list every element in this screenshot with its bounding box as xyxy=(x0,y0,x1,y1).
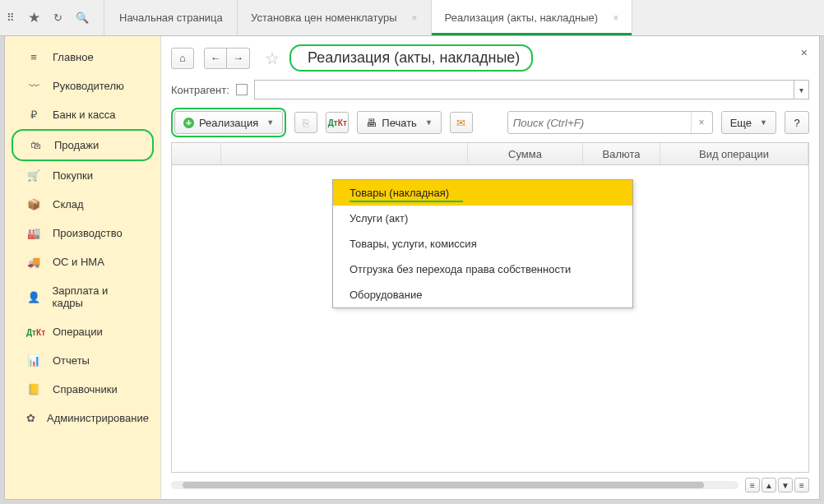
tab-label: Установка цен номенклатуры xyxy=(251,12,397,24)
dropdown-item-label: Оборудование xyxy=(350,289,422,301)
copy-button[interactable]: ⎘ xyxy=(294,112,317,133)
table-header-cell[interactable] xyxy=(221,143,468,164)
sidebar-item-production[interactable]: 🏭 Производство xyxy=(12,219,154,247)
envelope-icon xyxy=(456,117,465,129)
highlight-underline xyxy=(350,201,463,202)
sidebar-item-guides[interactable]: 📒 Справочники xyxy=(12,375,154,404)
person-icon: 👤 xyxy=(26,291,40,303)
ruble-icon: ₽ xyxy=(26,109,41,121)
sidebar-item-label: Справочники xyxy=(53,383,118,395)
sidebar-item-main[interactable]: ≡ Главное xyxy=(12,43,154,72)
mail-button[interactable] xyxy=(450,112,473,133)
sidebar-item-hr[interactable]: 👤 Зарплата и кадры xyxy=(12,276,154,317)
scroll-down-button[interactable]: ▼ xyxy=(778,478,793,492)
favorite-icon[interactable]: ☆ xyxy=(265,49,280,68)
forward-button[interactable]: → xyxy=(227,48,250,69)
more-button[interactable]: Еще ▼ xyxy=(721,111,776,134)
tab-realization[interactable]: Реализация (акты, накладные) × xyxy=(432,0,633,35)
history-icon[interactable]: ↻ xyxy=(53,12,62,24)
sidebar-item-purchases[interactable]: 🛒 Покупки xyxy=(12,161,154,190)
bag-icon xyxy=(28,139,43,151)
sidebar-item-warehouse[interactable]: 📦 Склад xyxy=(12,190,154,219)
realize-highlight: + Реализация ▼ xyxy=(171,108,286,137)
dropdown-item-goods[interactable]: Товары (накладная) xyxy=(333,180,632,206)
truck-icon: 🚚 xyxy=(26,256,41,268)
book-icon: 📒 xyxy=(26,383,41,395)
realize-button[interactable]: + Реализация ▼ xyxy=(174,111,283,134)
dropdown-item-goods-services[interactable]: Товары, услуги, комиссия xyxy=(333,231,632,257)
sidebar-item-label: Производство xyxy=(53,227,123,239)
button-label: Еще xyxy=(730,117,752,129)
table-header-cell[interactable] xyxy=(172,143,221,164)
tab-price-set[interactable]: Установка цен номенклатуры × xyxy=(238,0,432,35)
back-button[interactable]: ← xyxy=(204,48,227,69)
table-header-optype[interactable]: Вид операции xyxy=(660,143,808,164)
home-icon: ≡ xyxy=(26,51,41,63)
page-title-highlight: Реализация (акты, накладные) xyxy=(289,44,533,72)
sidebar-item-label: Покупки xyxy=(53,169,93,182)
realize-dropdown: Товары (накладная) Услуги (акт) Товары, … xyxy=(332,179,633,308)
button-label: Печать xyxy=(382,117,417,129)
sidebar-item-operations[interactable]: ДтКт Операции xyxy=(12,317,154,346)
sidebar-item-label: Администрирование xyxy=(47,412,149,424)
close-icon[interactable]: × xyxy=(613,12,618,24)
table-header-sum[interactable]: Сумма xyxy=(468,143,583,164)
box-icon: 📦 xyxy=(26,198,41,210)
favorites-icon[interactable]: ★ xyxy=(28,9,40,26)
dtkt-button[interactable]: ДтКт xyxy=(326,112,349,133)
sidebar-item-admin[interactable]: ✿ Администрирование xyxy=(12,404,154,432)
search-input[interactable] xyxy=(508,117,691,129)
dropdown-item-equipment[interactable]: Оборудование xyxy=(333,282,632,307)
home-button[interactable]: ⌂ xyxy=(171,48,194,69)
horizontal-scrollbar[interactable] xyxy=(171,481,738,489)
sidebar-item-label: Главное xyxy=(53,51,94,63)
search-icon[interactable]: 🔍 xyxy=(76,12,89,24)
chevron-down-icon[interactable]: ▾ xyxy=(794,81,808,99)
tab-label: Реализация (акты, накладные) xyxy=(445,12,599,24)
counterparty-combo[interactable]: ▾ xyxy=(254,80,809,99)
sidebar-item-label: Руководителю xyxy=(53,80,124,92)
close-icon[interactable]: × xyxy=(412,12,418,24)
sidebar-item-bank[interactable]: ₽ Банк и касса xyxy=(12,100,154,129)
scroll-first-button[interactable]: ≡ xyxy=(745,478,760,492)
counterparty-checkbox[interactable] xyxy=(236,84,248,95)
sidebar-item-manager[interactable]: 〰 Руководителю xyxy=(12,72,154,100)
chevron-down-icon: ▼ xyxy=(760,118,767,127)
gear-icon: ✿ xyxy=(26,412,35,424)
button-label: Реализация xyxy=(199,117,258,129)
printer-icon xyxy=(366,117,377,129)
sidebar-item-label: Склад xyxy=(53,198,84,210)
sidebar-item-label: Отчеты xyxy=(53,354,90,367)
chevron-down-icon: ▼ xyxy=(425,118,433,127)
sidebar-item-sales[interactable]: Продажи xyxy=(12,129,154,161)
dropdown-item-label: Товары, услуги, комиссия xyxy=(350,238,477,250)
close-page-button[interactable]: × xyxy=(801,46,808,59)
table-header-currency[interactable]: Валюта xyxy=(583,143,660,164)
clear-search-button[interactable]: × xyxy=(691,112,712,133)
scroll-last-button[interactable]: ≡ xyxy=(794,478,809,492)
sidebar: ≡ Главное 〰 Руководителю ₽ Банк и касса … xyxy=(5,36,161,499)
chevron-down-icon: ▼ xyxy=(266,118,274,127)
help-button[interactable]: ? xyxy=(785,111,809,134)
scroll-up-button[interactable]: ▲ xyxy=(762,478,776,492)
tab-start-page[interactable]: Начальная страница xyxy=(106,0,238,35)
plus-icon: + xyxy=(183,118,194,128)
print-button[interactable]: Печать ▼ xyxy=(357,111,442,134)
sidebar-item-label: ОС и НМА xyxy=(53,256,104,268)
sidebar-item-reports[interactable]: 📊 Отчеты xyxy=(12,346,154,375)
search-box: × xyxy=(507,111,713,134)
page-title: Реализация (акты, накладные) xyxy=(308,49,520,66)
chart-icon: 📊 xyxy=(26,354,41,367)
table-header: Сумма Валюта Вид операции xyxy=(171,142,809,165)
dropdown-item-label: Товары (накладная) xyxy=(350,187,449,199)
sidebar-item-label: Зарплата и кадры xyxy=(52,284,139,309)
apps-icon[interactable]: ⠿ xyxy=(7,12,15,24)
scrollbar-thumb[interactable] xyxy=(183,482,704,488)
counterparty-label: Контрагент: xyxy=(171,84,229,96)
factory-icon: 🏭 xyxy=(26,227,41,239)
cart-icon: 🛒 xyxy=(26,169,41,182)
sidebar-item-assets[interactable]: 🚚 ОС и НМА xyxy=(12,247,154,276)
sidebar-item-label: Банк и касса xyxy=(53,109,116,121)
dropdown-item-services[interactable]: Услуги (акт) xyxy=(333,206,632,231)
dropdown-item-shipment[interactable]: Отгрузка без перехода права собственност… xyxy=(333,257,632,282)
